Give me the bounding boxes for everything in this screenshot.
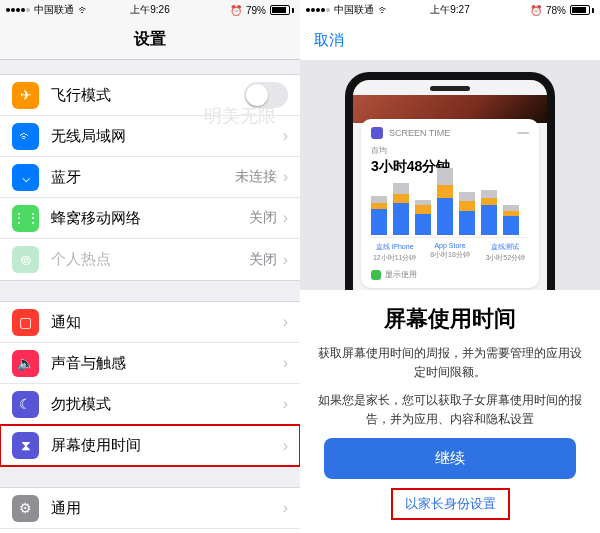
wifi-icon: ᯤ	[12, 123, 39, 150]
navbar: 取消	[300, 20, 600, 60]
row-label: 蓝牙	[51, 168, 235, 187]
widget-badge: SCREEN TIME	[389, 128, 450, 138]
screentime-mini-icon	[371, 127, 383, 139]
sheet-title: 屏幕使用时间	[318, 304, 582, 334]
chevron-icon: ›	[283, 499, 288, 517]
chevron-icon: ›	[283, 127, 288, 145]
page-title: 设置	[0, 20, 300, 60]
row-label: 勿扰模式	[51, 395, 283, 414]
sheet-desc-2: 如果您是家长，您可以获取子女屏幕使用时间的报告，并为应用、内容和隐私设置	[318, 391, 582, 428]
cellular-icon: ⋮⋮	[12, 205, 39, 232]
app-entry: 直线 iPhone12小时11分钟	[371, 242, 418, 263]
bluetooth-icon: ⌵	[12, 164, 39, 191]
carrier: 中国联通	[34, 3, 74, 17]
row-screentime[interactable]: ⧗屏幕使用时间›	[0, 425, 300, 466]
hero-illustration: SCREEN TIME 百均 3小时48分钟 直线 iPhone12小时11分钟…	[300, 60, 600, 290]
battery-icon	[570, 5, 594, 15]
onboarding-sheet: 屏幕使用时间 获取屏幕使用时间的周报，并为需要管理的应用设定时间限额。 如果您是…	[300, 290, 600, 533]
row-general[interactable]: ⚙通用›	[0, 488, 300, 529]
row-hotspot[interactable]: ⊚个人热点关闭›	[0, 239, 300, 280]
sheet-desc-1: 获取屏幕使用时间的周报，并为需要管理的应用设定时间限额。	[318, 344, 582, 381]
screentime-icon: ⧗	[12, 432, 39, 459]
phone-mockup: SCREEN TIME 百均 3小时48分钟 直线 iPhone12小时11分钟…	[345, 72, 555, 290]
alarm-icon: ⏰	[530, 5, 542, 16]
chevron-icon: ›	[283, 209, 288, 227]
sounds-icon: 🔈	[12, 350, 39, 377]
app-dot-icon	[371, 270, 381, 280]
row-label: 个人热点	[51, 250, 249, 269]
cancel-button[interactable]: 取消	[314, 31, 344, 50]
chevron-icon: ›	[283, 251, 288, 269]
status-bar: 中国联通 上午9:27 ⏰ 78%	[300, 0, 600, 20]
row-dnd[interactable]: ☾勿扰模式›	[0, 384, 300, 425]
row-label: 飞行模式	[51, 86, 244, 105]
row-detail: 关闭	[249, 251, 277, 269]
battery-pct: 79%	[246, 5, 266, 16]
screentime-widget: SCREEN TIME 百均 3小时48分钟 直线 iPhone12小时11分钟…	[361, 119, 539, 288]
as-parent-highlight: 以家长身份设置	[392, 489, 509, 519]
row-airplane[interactable]: ✈飞行模式	[0, 75, 300, 116]
row-label: 通用	[51, 499, 283, 518]
app-entry: 直线测试3小时52分钟	[482, 242, 529, 263]
row-label: 蜂窝移动网络	[51, 209, 249, 228]
usage-chart	[371, 182, 529, 238]
as-parent-button[interactable]: 以家长身份设置	[393, 490, 508, 518]
widget-sub: 百均	[371, 145, 529, 156]
chevron-icon: ›	[283, 168, 288, 186]
row-label: 无线局域网	[51, 127, 277, 146]
row-control-center[interactable]: ⊟控制中心›	[0, 529, 300, 533]
alarm-icon: ⏰	[230, 5, 242, 16]
continue-button[interactable]: 继续	[324, 438, 576, 479]
signal-icon	[6, 8, 30, 12]
chevron-icon: ›	[283, 395, 288, 413]
general-icon: ⚙	[12, 495, 39, 522]
screentime-onboarding-pane: 中国联通 上午9:27 ⏰ 78% 取消 SCREEN TIME	[300, 0, 600, 533]
row-label: 通知	[51, 313, 283, 332]
chevron-icon: ›	[283, 437, 288, 455]
chevron-icon: ›	[283, 354, 288, 372]
status-bar: 中国联通 上午9:26 ⏰ 79%	[0, 0, 300, 20]
hotspot-icon: ⊚	[12, 246, 39, 273]
app-list: 直线 iPhone12小时11分钟App Store8小时18分钟直线测试3小时…	[371, 242, 529, 263]
row-detail: 未连接	[235, 168, 277, 186]
row-label: 声音与触感	[51, 354, 283, 373]
row-notifications[interactable]: ▢通知›	[0, 302, 300, 343]
row-detail: 关闭	[249, 209, 277, 227]
wifi-icon	[378, 3, 390, 17]
airplane-icon: ✈	[12, 82, 39, 109]
notifications-icon: ▢	[12, 309, 39, 336]
battery-icon	[270, 5, 294, 15]
wifi-icon	[78, 3, 90, 17]
chevron-icon: ›	[283, 313, 288, 331]
row-label: 屏幕使用时间	[51, 436, 283, 455]
row-bluetooth[interactable]: ⌵蓝牙未连接›	[0, 157, 300, 198]
signal-icon	[306, 8, 330, 12]
row-sounds[interactable]: 🔈声音与触感›	[0, 343, 300, 384]
last-label: 显示使用	[385, 269, 417, 280]
toggle[interactable]	[244, 82, 288, 108]
settings-pane: 中国联通 上午9:26 ⏰ 79% 设置 明美无限 ✈飞行模式ᯤ无线局域网›⌵蓝…	[0, 0, 300, 533]
settings-list: ✈飞行模式ᯤ无线局域网›⌵蓝牙未连接›⋮⋮蜂窝移动网络关闭›⊚个人热点关闭›▢通…	[0, 74, 300, 533]
app-entry: App Store8小时18分钟	[426, 242, 473, 263]
row-cellular[interactable]: ⋮⋮蜂窝移动网络关闭›	[0, 198, 300, 239]
carrier: 中国联通	[334, 3, 374, 17]
battery-pct: 78%	[546, 5, 566, 16]
row-wifi[interactable]: ᯤ无线局域网›	[0, 116, 300, 157]
dnd-icon: ☾	[12, 391, 39, 418]
